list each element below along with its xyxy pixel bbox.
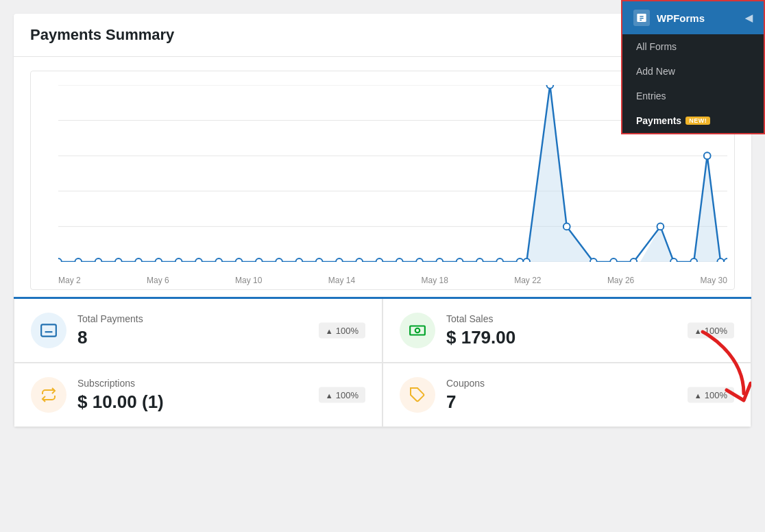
new-badge: NEW!	[685, 117, 710, 125]
dropdown-collapse-arrow[interactable]: ◀	[745, 12, 753, 23]
stat-card-coupons: Coupons 7 ▲ 100%	[382, 363, 751, 427]
x-label-may18: May 18	[421, 276, 448, 285]
svg-point-23	[256, 258, 263, 262]
svg-point-20	[195, 258, 202, 262]
svg-point-41	[610, 258, 617, 262]
svg-point-40	[590, 258, 597, 262]
svg-point-46	[704, 152, 711, 159]
add-new-label: Add New	[636, 66, 675, 77]
dropdown-title: WPForms	[657, 12, 705, 24]
sales-badge: ▲ 100%	[688, 323, 734, 339]
entries-label: Entries	[636, 90, 666, 101]
svg-point-38	[546, 85, 553, 88]
wpforms-icon	[633, 10, 650, 26]
svg-point-37	[523, 258, 530, 262]
wpforms-dropdown: WPForms ◀ All Forms Add New Entries Paym…	[621, 0, 765, 134]
payments-icon	[40, 322, 58, 339]
x-label-may30: May 30	[701, 276, 727, 285]
dropdown-item-payments[interactable]: Payments NEW!	[622, 108, 764, 133]
svg-point-19	[175, 258, 182, 262]
dropdown-header: WPForms ◀	[622, 1, 764, 34]
all-forms-label: All Forms	[636, 41, 677, 52]
subscriptions-badge: ▲ 100%	[319, 387, 365, 403]
svg-point-48	[724, 258, 727, 262]
svg-point-45	[690, 258, 697, 262]
coupons-badge: ▲ 100%	[688, 387, 734, 403]
svg-rect-49	[41, 324, 56, 336]
svg-point-30	[396, 258, 403, 262]
sales-up-arrow: ▲	[694, 326, 702, 335]
x-label-may22: May 22	[514, 276, 541, 285]
sales-icon-bg	[400, 313, 435, 348]
stat-card-sales: Total Sales $ 179.00 ▲ 100%	[382, 299, 751, 363]
svg-point-14	[75, 258, 82, 262]
x-label-may10: May 10	[235, 276, 262, 285]
svg-point-34	[476, 258, 483, 262]
svg-point-35	[496, 258, 503, 262]
svg-point-26	[316, 258, 323, 262]
payments-badge-text: 100%	[336, 326, 359, 336]
coupons-up-arrow: ▲	[694, 391, 702, 399]
svg-point-15	[95, 258, 102, 262]
payments-badge: ▲ 100%	[319, 323, 365, 339]
svg-point-25	[295, 258, 302, 262]
svg-point-33	[457, 258, 463, 262]
dropdown-item-all-forms[interactable]: All Forms	[622, 34, 764, 59]
svg-point-21	[215, 258, 222, 262]
svg-point-32	[436, 258, 443, 262]
svg-point-28	[356, 258, 363, 262]
svg-point-13	[58, 258, 62, 262]
svg-point-17	[135, 258, 142, 262]
x-label-may26: May 26	[607, 276, 634, 285]
svg-point-43	[657, 223, 664, 230]
svg-point-29	[376, 258, 383, 262]
page-title: Payments Summary	[30, 26, 174, 44]
svg-point-16	[115, 258, 122, 262]
svg-rect-50	[410, 326, 425, 335]
wpforms-logo	[636, 12, 647, 23]
svg-point-22	[236, 258, 243, 262]
sales-badge-text: 100%	[705, 326, 727, 336]
payments-icon-bg	[31, 313, 66, 348]
svg-point-18	[156, 258, 162, 262]
x-label-may14: May 14	[328, 276, 355, 285]
svg-point-51	[415, 328, 420, 333]
payments-up-arrow: ▲	[326, 326, 333, 335]
subscriptions-up-arrow: ▲	[326, 391, 333, 399]
svg-point-31	[416, 258, 423, 262]
subscriptions-badge-text: 100%	[336, 390, 359, 400]
subscriptions-icon-bg	[31, 377, 66, 413]
svg-point-39	[563, 223, 570, 230]
svg-point-47	[717, 258, 724, 262]
subscriptions-icon	[40, 387, 57, 403]
coupons-badge-text: 100%	[705, 390, 727, 400]
dropdown-item-add-new[interactable]: Add New	[622, 59, 764, 84]
x-label-may2: May 2	[58, 276, 81, 285]
dropdown-item-entries[interactable]: Entries	[622, 84, 764, 108]
stats-grid: Total Payments 8 ▲ 100% Total Sales $ 17…	[14, 297, 751, 427]
svg-point-44	[670, 258, 677, 262]
x-label-may6: May 6	[147, 276, 169, 285]
svg-point-42	[630, 258, 637, 262]
payments-nav-label: Payments	[636, 115, 681, 126]
coupons-icon-bg	[400, 377, 435, 413]
stat-card-subscriptions: Subscriptions $ 10.00 (1) ▲ 100%	[14, 363, 382, 427]
stat-card-payments: Total Payments 8 ▲ 100%	[14, 299, 382, 363]
svg-point-24	[276, 258, 282, 262]
svg-point-27	[336, 258, 343, 262]
sales-icon	[409, 322, 426, 339]
coupons-icon	[409, 387, 426, 403]
svg-point-36	[517, 258, 524, 262]
